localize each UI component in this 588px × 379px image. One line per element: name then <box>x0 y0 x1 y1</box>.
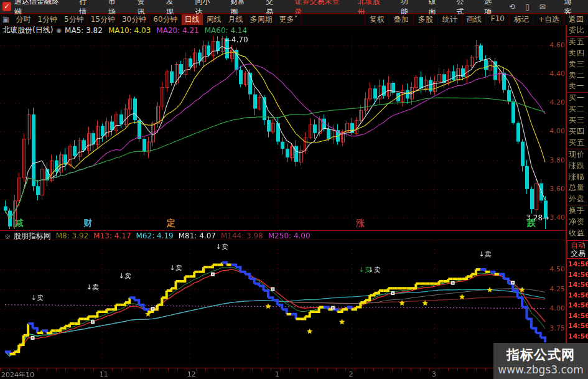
trade-time-2[interactable]: 14:56 <box>567 279 588 290</box>
quote-label-12[interactable]: 涨跌 <box>567 161 588 172</box>
trade-time-4[interactable]: 14:56 <box>567 300 588 311</box>
quote-label-13[interactable]: 涨幅 <box>567 172 588 183</box>
m-label-3: M81: 4.07 <box>179 232 216 240</box>
indicator-title-row: ◎ 股朋指标网 M8: 3.92M13: 4.17M62: 4.19M81: 4… <box>2 232 315 240</box>
period-tab-10[interactable]: 更多˅ <box>276 14 302 25</box>
ma-label-0: MA5: 3.82 <box>65 26 103 35</box>
trade-time-6[interactable]: 14:56 <box>567 321 588 331</box>
tdx-terminal-window: ✓ 通达信金融终端 行情市场资讯发现问小达财富圈交易 证券交易未登录 北玻股份 … <box>0 0 588 379</box>
ma-label-3: MA60: 4.14 <box>205 26 247 35</box>
refresh-icon[interactable]: ⟲ <box>504 2 520 11</box>
auto-trade-line2: 交易 <box>567 250 588 258</box>
period-tab-7[interactable]: 周线 <box>203 14 225 25</box>
quote-label-15[interactable]: 外盘 <box>567 194 588 205</box>
time-axis: 2024年101112123 <box>0 368 566 379</box>
ind-ytick-0: 4.50 <box>540 265 565 273</box>
action-8[interactable]: 返回 <box>564 14 588 25</box>
period-tab-4[interactable]: 30分钟 <box>119 14 150 25</box>
ma-label-1: MA10: 4.03 <box>108 26 151 35</box>
period-tab-6[interactable]: 日线 <box>182 14 203 25</box>
period-tab-1[interactable]: 1分钟 <box>34 14 61 25</box>
m-label-2: M62: 4.19 <box>136 232 174 240</box>
trade-time-1[interactable]: 14:56 <box>567 269 588 280</box>
trade-time-3[interactable]: 14:56 <box>567 290 588 301</box>
main-kline-chart[interactable] <box>0 34 566 231</box>
trade-time-7[interactable]: 14:56 <box>567 331 588 342</box>
main-ytick-4: 3.80 <box>540 156 565 164</box>
period-tab-2[interactable]: 5分钟 <box>61 14 88 25</box>
main-chart-title-row: 北玻股份(日线) ◉ MA5: 3.82MA10: 4.03MA20: 4.21… <box>2 26 253 35</box>
period-toolbar: ▣ 分时1分钟5分钟15分钟30分钟60分钟日线周线月线多周期更多˅ 复权叠加多… <box>0 14 588 26</box>
period-tab-0[interactable]: 分时 <box>12 14 34 25</box>
quote-rows: 委比卖五卖四卖三卖二卖一买一买二买三买四买五现价涨跌涨幅总量外盘换手净资收益 <box>567 25 588 239</box>
mobile-icon[interactable]: ▯ <box>520 2 534 11</box>
panel-divider <box>0 230 566 231</box>
tdx-logo-icon: ✓ <box>2 2 11 11</box>
chevron-down-icon[interactable]: ◉ <box>56 27 62 34</box>
window-layout-icon[interactable]: ▣ <box>2 16 9 24</box>
ma-label-2: MA20: 4.21 <box>156 26 198 35</box>
action-1[interactable]: 叠加 <box>389 14 413 25</box>
quote-label-6[interactable]: 买一 <box>567 92 588 104</box>
quote-label-2[interactable]: 卖四 <box>567 48 588 59</box>
action-6[interactable]: 标记 <box>509 14 533 25</box>
period-tab-9[interactable]: 多周期 <box>247 14 276 25</box>
main-ytick-1: 4.40 <box>540 70 565 78</box>
quote-sidebar: 委比卖五卖四卖三卖二卖一买一买二买三买四买五现价涨跌涨幅总量外盘换手净资收益 自… <box>566 25 588 379</box>
month-label-1: 11 <box>100 370 108 378</box>
m-label-1: M13: 4.17 <box>93 232 131 240</box>
quote-label-3[interactable]: 卖三 <box>567 59 588 70</box>
main-ytick-0: 4.60 <box>540 41 565 49</box>
action-7[interactable]: +自选 <box>533 14 564 25</box>
quote-label-11[interactable]: 现价 <box>567 149 588 161</box>
indicator-chart[interactable] <box>0 240 566 367</box>
time-axis-ticks <box>0 368 566 371</box>
quote-label-18[interactable]: 收益 <box>567 228 588 239</box>
quote-label-7[interactable]: 买二 <box>567 104 588 115</box>
quote-label-16[interactable]: 换手 <box>567 205 588 217</box>
ind-ytick-2: 4.00 <box>540 304 565 312</box>
watermark-title: 指标公式网 <box>506 346 575 363</box>
main-ytick-3: 4.00 <box>540 127 565 135</box>
auto-trade-button[interactable]: 自动 交易 <box>567 240 588 259</box>
m-label-5: M250: 4.00 <box>268 232 310 240</box>
indicator-m-labels: M8: 3.92M13: 4.17M62: 4.19M81: 4.07M144:… <box>56 232 315 240</box>
trade-time-0[interactable]: 14:56 <box>567 259 588 269</box>
collapse-icon[interactable]: ◎ <box>5 233 11 240</box>
m-label-4: M144: 3.98 <box>221 232 263 240</box>
quote-label-10[interactable]: 买五 <box>567 138 588 149</box>
quote-label-4[interactable]: 卖二 <box>567 70 588 82</box>
quote-label-14[interactable]: 总量 <box>567 182 588 194</box>
action-3[interactable]: 统计 <box>437 14 462 25</box>
month-label-2: 12 <box>187 370 196 378</box>
quote-label-17[interactable]: 净资 <box>567 217 588 228</box>
quote-label-8[interactable]: 买三 <box>567 115 588 126</box>
action-2[interactable]: 多股 <box>413 14 437 25</box>
m-label-0: M8: 3.92 <box>56 232 89 240</box>
action-0[interactable]: 复权 <box>365 14 389 25</box>
quote-label-5[interactable]: 卖一 <box>567 81 588 92</box>
period-tabs: 分时1分钟5分钟15分钟30分钟60分钟日线周线月线多周期更多˅ <box>12 14 301 25</box>
period-tab-5[interactable]: 60分钟 <box>150 14 181 25</box>
main-ytick-5: 3.60 <box>540 185 565 193</box>
trade-time-5[interactable]: 14:56 <box>567 311 588 321</box>
ma-labels: MA5: 3.82MA10: 4.03MA20: 4.21MA60: 4.14 <box>65 26 253 35</box>
mail-icon[interactable]: ✉ <box>534 2 551 11</box>
month-label-5: 3 <box>432 370 436 378</box>
site-watermark: 指标公式网 www.zbgs3.com <box>493 343 588 379</box>
month-label-0: 2024年10 <box>1 370 34 379</box>
quote-label-9[interactable]: 买四 <box>567 126 588 138</box>
month-label-3: 1 <box>275 370 279 378</box>
main-ytick-2: 4.20 <box>540 98 565 106</box>
chart-actions: 复权叠加多股统计画线F10标记+自选返回 <box>365 14 588 25</box>
menubar: ✓ 通达信金融终端 行情市场资讯发现问小达财富圈交易 证券交易未登录 北玻股份 … <box>0 0 588 14</box>
period-tab-8[interactable]: 月线 <box>225 14 247 25</box>
action-4[interactable]: 画线 <box>462 14 486 25</box>
ind-ytick-3: 3.75 <box>540 324 565 332</box>
quote-label-0[interactable]: 委比 <box>567 25 588 36</box>
main-ytick-6: 3.40 <box>540 213 565 222</box>
period-tab-3[interactable]: 15分钟 <box>88 14 119 25</box>
action-5[interactable]: F10 <box>486 14 509 25</box>
watermark-url: www.zbgs3.com <box>498 363 583 376</box>
quote-label-1[interactable]: 卖五 <box>567 36 588 48</box>
